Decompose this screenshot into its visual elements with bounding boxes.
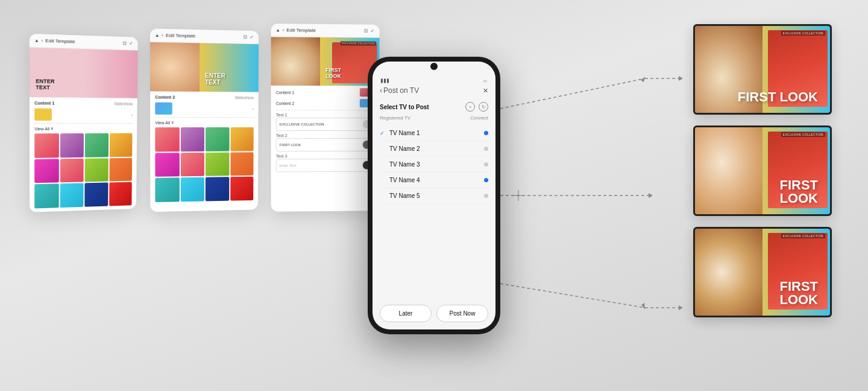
screen-close-button[interactable]: ✕ [483,87,488,95]
thumb-c2-1[interactable] [155,127,179,151]
card1-content-thumb[interactable]: › [34,108,133,121]
edit-template-card-2[interactable]: ▲ ‹ Edit Template ⊡ ✓ ENTERTEXT Content … [150,28,259,211]
card1-view-all[interactable]: View All ∨ [34,126,132,131]
expand-icon-2[interactable]: ⊡ [244,34,248,40]
card3-content1-label: Content 1 [276,90,295,94]
card3-content1-row[interactable]: Content 1 › [276,88,375,97]
card3-content2-row[interactable]: Content 2 › [276,99,375,107]
thumb-c2-3[interactable] [206,127,229,151]
thumb-6[interactable] [60,158,83,182]
card3-badge: EXCLUSIVE COLLECTION [341,41,376,45]
card2-preview-text: ENTERTEXT [205,72,225,86]
card2-header: ▲ ‹ Edit Template ⊡ ✓ [150,28,259,44]
registered-tv-label: Registered TV [380,115,410,121]
thumb-11[interactable] [84,182,108,206]
refresh-tv-button[interactable]: ↻ [479,102,488,112]
card2-view-all[interactable]: View All ∨ [155,120,253,125]
back-icon-1: ‹ [42,38,43,43]
select-tv-label: Select TV to Post [380,104,429,110]
chevron-down-icon-2: ∨ [171,120,174,125]
thumb-10[interactable] [60,183,83,207]
phone-container: ▋▋▋ ▭ ‹ Post on TV ✕ Select TV to Post + [368,57,500,334]
tv1-main-text: FIRST LOOK [738,91,818,104]
check-icon-3[interactable]: ✓ [371,28,375,34]
thumb-12[interactable] [109,182,132,206]
card2-title: Edit Template [166,33,195,39]
post-now-button[interactable]: Post Now [436,305,488,322]
screen-title: Post on TV [383,86,419,95]
thumb-c2-7[interactable] [206,152,229,176]
tv2-name: TV Name 2 [389,145,420,152]
card3-text1-value: EXCLUSIVE COLLECTION [280,122,324,126]
card1-content-section: Content 1 Slideshow [34,101,133,106]
card3-text3-field: Text 3 Enter Text: [276,154,375,173]
tv4-status-dot [484,178,488,182]
thumb-5[interactable] [34,159,58,183]
card2-content-thumb[interactable]: › [155,103,254,115]
tv-display-1: EXCLUSIVE COLLECTION FIRST LOOK [693,24,832,115]
thumb-8[interactable] [109,157,132,181]
arrow-right-icon: › [131,113,133,117]
card1-thumbnails [34,133,132,208]
thumb-3[interactable] [85,133,108,157]
card2-model-figure [150,42,200,92]
card3-text3-placeholder: Enter Text: [280,164,297,167]
connect-label: Connect [470,115,488,121]
card3-preview: EXCLUSIVE COLLECTION FIRSTLOOK [271,37,380,86]
tv-item-1[interactable]: ✓ TV Name 1 [380,126,488,141]
edit-template-card-3[interactable]: ▲ ‹ Edit Template ⊡ ✓ EXCLUSIVE COLLECTI… [271,24,380,211]
battery-icon: ▭ [483,78,487,83]
thumb-c2-8[interactable] [230,152,254,176]
back-icon-3: ‹ [283,27,285,33]
tv-displays-container: EXCLUSIVE COLLECTION FIRST LOOK EXCLUSIV… [693,24,832,317]
check-icon-1[interactable]: ✓ [129,40,133,46]
card2-thumbnails [155,127,253,202]
tv3-name: TV Name 3 [389,161,420,168]
tv4-name: TV Name 4 [389,177,420,183]
thumb-c2-4[interactable] [230,127,254,151]
thumb-c2-11[interactable] [206,177,229,201]
tv-display-3: EXCLUSIVE COLLECTION FIRSTLOOK [693,227,832,317]
tv-item-2[interactable]: TV Name 2 [380,141,488,157]
thumb-7[interactable] [85,158,108,182]
add-tv-button[interactable]: + [465,102,475,112]
thumb-c2-12[interactable] [230,177,254,201]
thumb-9[interactable] [34,183,58,208]
thumb-c2-10[interactable] [180,177,204,202]
phone-notch [430,63,438,70]
thumb-c2-5[interactable] [155,153,179,177]
phone-body: ▋▋▋ ▭ ‹ Post on TV ✕ Select TV to Post + [368,57,500,334]
thumb-c2-2[interactable] [180,127,204,151]
card3-text1-field: Text 1 EXCLUSIVE COLLECTION [276,113,375,131]
tv2-model-left [695,127,763,214]
tv-item-4[interactable]: TV Name 4 [380,173,488,188]
tv1-check-icon: ✓ [380,130,386,136]
thumb-2[interactable] [60,133,84,157]
thumb-c2-6[interactable] [180,152,204,176]
thumb-1[interactable] [34,133,58,157]
tv1-badge: EXCLUSIVE COLLECTION [781,31,825,36]
edit-template-card-1[interactable]: ▲ ‹ Edit Template ⊡ ✓ ENTERTEXT Content … [30,34,138,212]
thumb-c2-9[interactable] [155,177,179,202]
tv2-status-dot [484,147,488,151]
card2-content-section: Content 2 Slideshow [155,95,254,100]
expand-icon-3[interactable]: ⊡ [364,28,368,34]
screen-back-button[interactable]: ‹ Post on TV [380,86,419,95]
card3-preview-text: FIRSTLOOK [326,68,341,80]
tv-item-5[interactable]: TV Name 5 [380,188,488,204]
thumb-4[interactable] [109,133,132,157]
later-button[interactable]: Later [380,305,432,322]
expand-icon-1[interactable]: ⊡ [123,40,127,46]
wifi-icon-1: ▲ [34,38,39,42]
tv3-badge: EXCLUSIVE COLLECTION [781,234,825,238]
card3-header: ▲ ‹ Edit Template ⊡ ✓ [271,24,380,38]
card3-content2-label: Content 2 [276,101,295,105]
tv2-main-text: FIRSTLOOK [779,179,818,205]
card1-preview: ENTERTEXT [30,48,138,98]
tv3-model-left [695,229,763,316]
card2-preview: ENTERTEXT [150,42,259,92]
card3-text2-field: Text 2 FISRT LOOK [276,133,375,151]
tv5-name: TV Name 5 [389,192,420,199]
check-icon-2[interactable]: ✓ [250,34,254,40]
tv-item-3[interactable]: TV Name 3 [380,157,488,173]
